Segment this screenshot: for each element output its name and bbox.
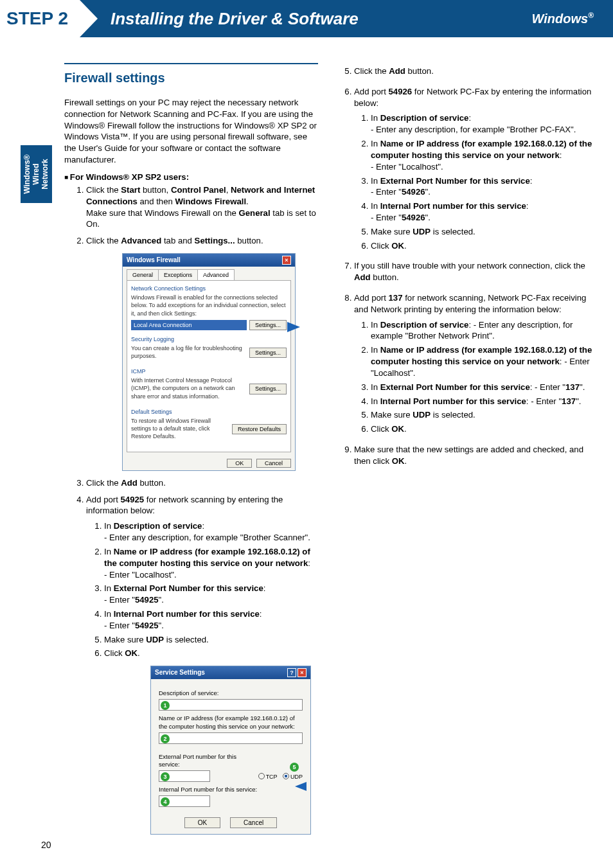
os-text: Windows <box>532 12 589 26</box>
t: In <box>104 583 114 593</box>
t: Windows Firewall <box>175 197 247 206</box>
t: : <box>530 176 533 186</box>
t: 137 <box>389 293 403 303</box>
radio-udp[interactable] <box>283 773 289 779</box>
label-int-port: Internal Port number for this service: <box>159 786 303 794</box>
input-desc[interactable]: 1 <box>159 699 303 711</box>
intro-para: Firewall settings on your PC may reject … <box>64 97 318 166</box>
t: is selected. <box>431 410 475 420</box>
t: - Enter " <box>104 621 135 630</box>
t: : <box>202 521 204 531</box>
t: Description of service <box>114 521 202 531</box>
cancel-button[interactable]: Cancel <box>230 817 277 828</box>
banner-os: Windows® <box>532 11 600 26</box>
tab-general[interactable]: General <box>127 269 159 280</box>
t: Add <box>121 478 138 488</box>
s6-2: In Name or IP address (for example 192.1… <box>371 138 594 172</box>
t: Click <box>104 648 125 658</box>
t: . <box>404 424 407 434</box>
cancel-button[interactable]: Cancel <box>256 459 291 468</box>
t: Description of service <box>380 320 469 330</box>
dialog-body: Network Connection Settings Windows Fire… <box>127 280 291 452</box>
s4-5: Make sure UDP is selected. <box>104 634 318 646</box>
dialog-titlebar: Service Settings ?× <box>151 666 310 679</box>
s4-1: In Description of service:- Enter any de… <box>104 520 318 544</box>
t: ". <box>159 621 164 630</box>
s4-3: In External Port Number for this service… <box>104 583 318 606</box>
t: UDP <box>413 227 431 236</box>
t: Click <box>371 241 391 251</box>
t: is selected. <box>431 227 475 236</box>
s4-2: In Name or IP address (for example 192.1… <box>104 546 318 580</box>
t: External Port Number for this service <box>114 583 263 593</box>
t: . <box>138 648 140 658</box>
step-9: Make sure that the new settings are adde… <box>354 444 594 467</box>
t: Internal Port number for this service <box>380 201 526 211</box>
group-title: ICMP <box>131 368 287 375</box>
s4-6: Click OK. <box>104 648 318 659</box>
t: In <box>371 113 380 123</box>
t: External Port Number for this service <box>380 382 530 392</box>
t: Click the <box>86 185 121 195</box>
t: Advanced <box>121 236 161 245</box>
t: Make sure <box>371 410 413 420</box>
t: 54926 <box>402 187 425 197</box>
label-tcp: TCP <box>266 774 278 780</box>
banner-title: Installing the Driver & Software <box>80 9 532 29</box>
dialog-footer: OK Cancel <box>123 456 295 470</box>
ok-button[interactable]: OK <box>227 459 252 468</box>
ok-button[interactable]: OK <box>184 817 220 828</box>
lan-item[interactable]: Local Area Connection <box>131 320 247 330</box>
radio-tcp[interactable] <box>258 773 265 779</box>
s8-5: Make sure UDP is selected. <box>371 409 594 421</box>
s6-3: In External Port Number for this service… <box>371 175 594 199</box>
dialog-body: Description of service: 1 Name or IP add… <box>151 679 310 813</box>
input-host[interactable]: 2 <box>159 732 303 744</box>
step8-sub: In Description of service: - Enter any d… <box>354 319 594 435</box>
input-int-port[interactable]: 4 <box>159 795 210 807</box>
s8-4: In Internal Port number for this service… <box>371 396 594 407</box>
t: button. <box>235 236 263 245</box>
reg-mark: ® <box>588 11 594 20</box>
top-banner: STEP 2 Installing the Driver & Software … <box>0 0 613 37</box>
t: is selected. <box>164 635 209 644</box>
t: button. <box>138 478 166 488</box>
label-udp: UDP <box>290 774 303 780</box>
t: Name or IP address (for example 192.168.… <box>371 345 592 366</box>
group-defaults: Default Settings To restore all Windows … <box>131 408 287 443</box>
t: Name or IP address (for example 192.168.… <box>371 139 592 160</box>
group-network: Network Connection Settings Windows Fire… <box>131 285 287 330</box>
label-ext-port: External Port number for this service: <box>159 753 248 770</box>
settings-button[interactable]: Settings... <box>249 320 287 330</box>
dialog-footer: OK Cancel <box>151 813 310 834</box>
settings-button[interactable]: Settings... <box>249 384 287 394</box>
t: ". <box>425 187 431 197</box>
close-icon[interactable]: × <box>282 256 291 265</box>
t: . <box>404 456 407 466</box>
input-ext-port[interactable]: 3 <box>159 770 210 782</box>
close-icon[interactable]: × <box>298 668 306 677</box>
tab-advanced[interactable]: Advanced <box>197 269 235 280</box>
step6-sub: In Description of service:- Enter any de… <box>354 112 594 251</box>
t: In <box>371 201 380 211</box>
tab-exceptions[interactable]: Exceptions <box>158 269 198 280</box>
page-number: 20 <box>41 840 51 850</box>
marker-4-icon: 4 <box>161 797 170 806</box>
t: Add port <box>86 495 121 504</box>
s8-6: Click OK. <box>371 423 594 435</box>
settings-button[interactable]: Settings... <box>249 348 287 358</box>
xp-steps: Click the Start button, Control Panel, N… <box>64 184 318 835</box>
t: Control Panel <box>171 185 226 195</box>
t: External Port Number for this service <box>380 176 530 186</box>
t: If you still have trouble with your netw… <box>354 261 585 270</box>
help-icon[interactable]: ? <box>287 668 296 677</box>
restore-button[interactable]: Restore Defaults <box>232 424 287 434</box>
t: Add <box>354 272 371 282</box>
dialog-titlebar: Windows Firewall × <box>123 254 295 267</box>
t: - Enter " <box>104 595 135 605</box>
t: ". <box>159 595 164 605</box>
left-column: Firewall settings Firewall settings on y… <box>64 63 318 844</box>
t: : <box>468 113 471 123</box>
t: - Enter any description, for example "Br… <box>371 125 576 134</box>
group-title: Network Connection Settings <box>131 285 287 292</box>
